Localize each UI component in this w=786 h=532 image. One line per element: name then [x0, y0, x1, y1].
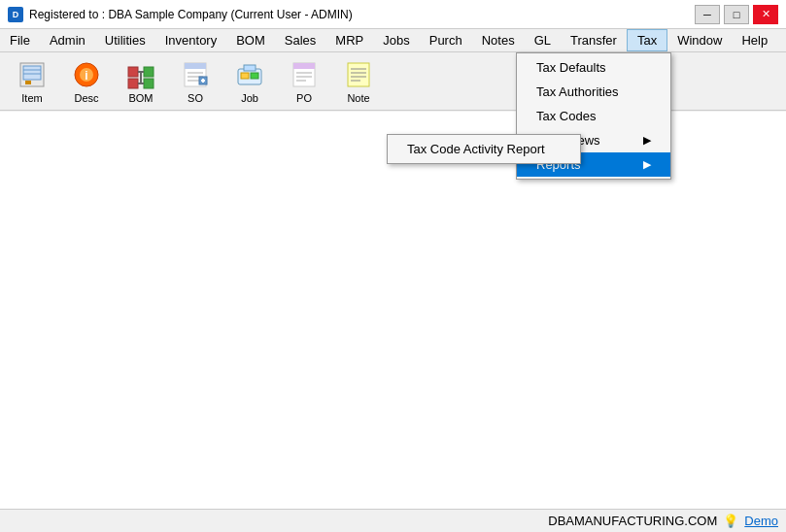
minimize-button[interactable]: ─: [695, 5, 720, 24]
menu-bar: File Admin Utilities Inventory BOM Sales…: [0, 29, 786, 52]
title-bar-left: D Registered to : DBA Sample Company (Cu…: [8, 7, 353, 22]
svg-rect-8: [128, 67, 138, 77]
toolbar-note-label: Note: [347, 92, 369, 104]
toolbar-po-label: PO: [296, 92, 312, 104]
toolbar-desc-label: Desc: [74, 92, 98, 104]
tax-codes-item[interactable]: Tax Codes: [517, 104, 670, 128]
po-icon: [289, 59, 320, 90]
so-icon: [180, 59, 211, 90]
title-bar-controls[interactable]: ─ □ ✕: [695, 5, 778, 24]
demo-label: Demo: [744, 514, 778, 528]
menu-jobs[interactable]: Jobs: [373, 29, 419, 51]
toolbar-so-button[interactable]: SO: [169, 56, 222, 107]
close-button[interactable]: ✕: [753, 5, 778, 24]
status-right: DBAMANUFACTURING.COM 💡 Demo: [548, 514, 778, 528]
svg-rect-16: [185, 63, 206, 69]
toolbar-bom-button[interactable]: BOM: [115, 56, 167, 107]
toolbar-job-button[interactable]: Job: [223, 56, 276, 107]
toolbar-po-button[interactable]: PO: [278, 56, 330, 107]
menu-tax[interactable]: Tax: [627, 29, 667, 51]
svg-text:i: i: [85, 69, 87, 83]
svg-rect-10: [144, 67, 154, 77]
menu-notes[interactable]: Notes: [472, 29, 525, 51]
tax-code-activity-report-item[interactable]: Tax Code Activity Report: [388, 137, 580, 161]
bulb-icon: 💡: [723, 514, 738, 528]
svg-rect-1: [23, 66, 41, 80]
toolbar-so-label: SO: [188, 92, 203, 104]
toolbar-item-button[interactable]: Item: [6, 56, 58, 107]
maximize-button[interactable]: □: [724, 5, 749, 24]
note-icon: [343, 59, 374, 90]
menu-admin[interactable]: Admin: [40, 29, 95, 51]
desc-icon: i: [71, 59, 102, 90]
svg-rect-25: [241, 73, 249, 79]
toolbar-note-button[interactable]: Note: [332, 56, 385, 107]
status-bar: DBAMANUFACTURING.COM 💡 Demo: [0, 509, 786, 532]
menu-mrp[interactable]: MRP: [325, 29, 373, 51]
menu-purch[interactable]: Purch: [420, 29, 472, 51]
data-views-arrow-icon: ▶: [643, 134, 651, 147]
job-icon: [234, 59, 265, 90]
svg-rect-32: [348, 63, 369, 86]
menu-utilities[interactable]: Utilities: [95, 29, 155, 51]
tax-authorities-item[interactable]: Tax Authorities: [517, 80, 670, 104]
svg-rect-28: [293, 63, 315, 69]
website-label: DBAMANUFACTURING.COM: [548, 514, 717, 528]
item-icon: [17, 59, 48, 90]
menu-sales[interactable]: Sales: [275, 29, 326, 51]
menu-help[interactable]: Help: [732, 29, 777, 51]
menu-bom[interactable]: BOM: [226, 29, 275, 51]
svg-rect-24: [244, 65, 256, 71]
svg-rect-11: [144, 79, 154, 88]
title-bar: D Registered to : DBA Sample Company (Cu…: [0, 0, 786, 29]
toolbar-item-label: Item: [21, 92, 42, 104]
svg-rect-26: [251, 73, 258, 79]
svg-rect-9: [128, 79, 138, 88]
menu-window[interactable]: Window: [667, 29, 732, 51]
tax-defaults-item[interactable]: Tax Defaults: [517, 55, 670, 80]
app-title: Registered to : DBA Sample Company (Curr…: [29, 8, 353, 21]
menu-transfer[interactable]: Transfer: [561, 29, 627, 51]
menu-file[interactable]: File: [0, 29, 40, 51]
bom-icon: [125, 59, 156, 90]
reports-arrow-icon: ▶: [643, 158, 651, 171]
reports-submenu: Tax Code Activity Report: [387, 134, 581, 164]
menu-gl[interactable]: GL: [525, 29, 561, 51]
toolbar-desc-button[interactable]: i Desc: [60, 56, 113, 107]
toolbar-bom-label: BOM: [128, 92, 153, 104]
toolbar-job-label: Job: [241, 92, 258, 104]
svg-rect-4: [25, 81, 31, 84]
menu-inventory[interactable]: Inventory: [155, 29, 226, 51]
app-icon: D: [8, 7, 23, 22]
